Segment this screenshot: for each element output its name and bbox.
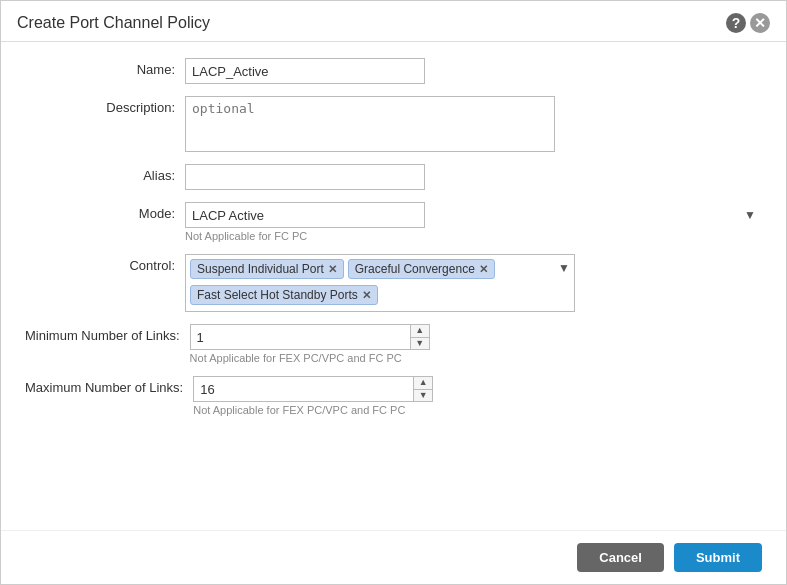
dialog-title: Create Port Channel Policy xyxy=(17,14,210,32)
mode-select-wrap: LACP Active LACP Passive Static Mac Pinn… xyxy=(185,202,762,228)
max-links-hint: Not Applicable for FEX PC/VPC and FC PC xyxy=(193,404,762,416)
max-links-row: Maximum Number of Links: ▲ ▼ Not Applica… xyxy=(25,376,762,416)
header-icons: ? ✕ xyxy=(726,13,770,33)
mode-row: Mode: LACP Active LACP Passive Static Ma… xyxy=(25,202,762,242)
alias-row: Alias: xyxy=(25,164,762,190)
min-links-row: Minimum Number of Links: ▲ ▼ Not Applica… xyxy=(25,324,762,364)
tag-graceful-close-icon[interactable]: ✕ xyxy=(479,264,488,275)
min-links-down-button[interactable]: ▼ xyxy=(411,338,429,350)
control-row: Control: Suspend Individual Port ✕ Grace… xyxy=(25,254,762,312)
tag-graceful-convergence: Graceful Convergence ✕ xyxy=(348,259,495,279)
alias-control xyxy=(185,164,762,190)
max-links-input[interactable] xyxy=(194,377,413,401)
close-button[interactable]: ✕ xyxy=(750,13,770,33)
tag-fast-select-label: Fast Select Hot Standby Ports xyxy=(197,288,358,302)
tag-graceful-label: Graceful Convergence xyxy=(355,262,475,276)
cancel-button[interactable]: Cancel xyxy=(577,543,664,572)
create-port-channel-dialog: Create Port Channel Policy ? ✕ Name: Des… xyxy=(0,0,787,585)
dialog-footer: Cancel Submit xyxy=(1,530,786,584)
description-label: Description: xyxy=(25,96,185,115)
description-row: Description: xyxy=(25,96,762,152)
tag-suspend-label: Suspend Individual Port xyxy=(197,262,324,276)
control-dropdown-arrow-icon[interactable]: ▼ xyxy=(558,261,570,275)
tag-fast-select-close-icon[interactable]: ✕ xyxy=(362,290,371,301)
min-links-label: Minimum Number of Links: xyxy=(25,324,190,343)
max-links-input-wrap: ▲ ▼ xyxy=(193,376,433,402)
submit-button[interactable]: Submit xyxy=(674,543,762,572)
min-links-spinner: ▲ ▼ xyxy=(410,325,429,349)
alias-input[interactable] xyxy=(185,164,425,190)
min-links-control: ▲ ▼ Not Applicable for FEX PC/VPC and FC… xyxy=(190,324,762,364)
max-links-down-button[interactable]: ▼ xyxy=(414,390,432,402)
tag-fast-select-hot-standby: Fast Select Hot Standby Ports ✕ xyxy=(190,285,378,305)
description-input[interactable] xyxy=(185,96,555,152)
name-label: Name: xyxy=(25,58,185,77)
control-tags-container[interactable]: Suspend Individual Port ✕ Graceful Conve… xyxy=(185,254,575,312)
tag-suspend-individual-port: Suspend Individual Port ✕ xyxy=(190,259,344,279)
name-row: Name: xyxy=(25,58,762,84)
description-control xyxy=(185,96,762,152)
min-links-input-wrap: ▲ ▼ xyxy=(190,324,430,350)
mode-hint: Not Applicable for FC PC xyxy=(185,230,762,242)
max-links-up-button[interactable]: ▲ xyxy=(414,377,432,390)
mode-control: LACP Active LACP Passive Static Mac Pinn… xyxy=(185,202,762,242)
min-links-up-button[interactable]: ▲ xyxy=(411,325,429,338)
name-control xyxy=(185,58,762,84)
min-links-input[interactable] xyxy=(191,325,410,349)
tag-suspend-close-icon[interactable]: ✕ xyxy=(328,264,337,275)
mode-select-arrow-icon: ▼ xyxy=(744,208,756,222)
help-button[interactable]: ? xyxy=(726,13,746,33)
max-links-label: Maximum Number of Links: xyxy=(25,376,193,395)
dialog-header: Create Port Channel Policy ? ✕ xyxy=(1,1,786,42)
alias-label: Alias: xyxy=(25,164,185,183)
control-control: Suspend Individual Port ✕ Graceful Conve… xyxy=(185,254,762,312)
name-input[interactable] xyxy=(185,58,425,84)
control-label: Control: xyxy=(25,254,185,273)
min-links-hint: Not Applicable for FEX PC/VPC and FC PC xyxy=(190,352,762,364)
max-links-control: ▲ ▼ Not Applicable for FEX PC/VPC and FC… xyxy=(193,376,762,416)
dialog-body: Name: Description: Alias: Mode: xyxy=(1,42,786,444)
mode-label: Mode: xyxy=(25,202,185,221)
max-links-spinner: ▲ ▼ xyxy=(413,377,432,401)
mode-select[interactable]: LACP Active LACP Passive Static Mac Pinn… xyxy=(185,202,425,228)
